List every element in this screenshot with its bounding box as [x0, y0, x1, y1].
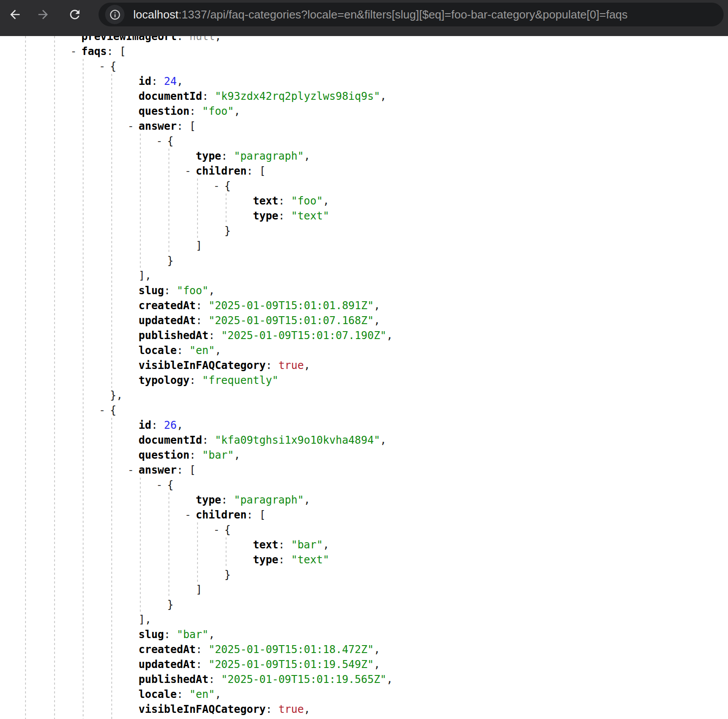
- json-string: "k93zdx42rq2plyzlws98iq9s": [215, 90, 380, 102]
- json-key: children: [196, 165, 247, 177]
- browser-toolbar: localhost:1337/api/faq-categories?locale…: [0, 0, 728, 36]
- json-punctuation: {: [224, 180, 230, 192]
- json-punctuation: ,: [374, 314, 380, 327]
- json-punctuation: {: [110, 60, 116, 73]
- json-punctuation: ,: [323, 539, 329, 551]
- json-punctuation: ,: [215, 688, 221, 701]
- json-punctuation: : [: [177, 120, 196, 132]
- json-row: type: "paragraph",: [0, 493, 728, 507]
- json-string: "foo": [202, 105, 234, 117]
- collapse-toggle[interactable]: -: [185, 507, 191, 522]
- json-key: slug: [139, 628, 164, 641]
- json-key: publishedAt: [139, 329, 209, 342]
- json-key: locale: [139, 688, 177, 701]
- json-punctuation: :: [151, 419, 164, 431]
- json-punctuation: :: [196, 299, 209, 312]
- json-punctuation: : [: [247, 165, 266, 177]
- back-button[interactable]: [4, 4, 26, 25]
- json-row: visibleInFAQCategory: true,: [0, 702, 728, 717]
- json-row: publishedAt: "2025-01-09T15:01:07.190Z",: [0, 328, 728, 343]
- json-string: "2025-01-09T15:01:18.472Z": [209, 643, 374, 656]
- json-punctuation: :: [202, 90, 215, 102]
- json-punctuation: ,: [234, 449, 240, 461]
- reload-button[interactable]: [64, 4, 85, 25]
- collapse-toggle[interactable]: -: [99, 59, 105, 74]
- collapse-toggle[interactable]: -: [156, 134, 162, 149]
- json-punctuation: :: [190, 374, 202, 387]
- collapse-toggle[interactable]: -: [213, 522, 219, 537]
- json-row: documentId: "kfa09tghsi1x9o10kvha4894",: [0, 433, 728, 448]
- json-row: publishedAt: "2025-01-09T15:01:19.565Z",: [0, 672, 728, 687]
- json-punctuation: :: [164, 285, 177, 297]
- json-punctuation: :: [209, 673, 221, 686]
- site-info-button[interactable]: [105, 5, 124, 24]
- json-row: createdAt: "2025-01-09T15:01:18.472Z",: [0, 642, 728, 657]
- json-row: }: [0, 223, 728, 238]
- json-row: -children: [: [0, 164, 728, 179]
- json-punctuation: :: [196, 658, 209, 671]
- json-string: "paragraph": [234, 494, 304, 506]
- collapse-toggle[interactable]: -: [99, 403, 105, 418]
- url-text: localhost:1337/api/faq-categories?locale…: [133, 3, 628, 26]
- json-punctuation: }: [167, 599, 173, 611]
- collapse-toggle[interactable]: -: [128, 119, 134, 134]
- json-row: id: 24,: [0, 74, 728, 89]
- json-key: type: [253, 210, 278, 222]
- json-number: 26: [164, 419, 177, 431]
- url-bar[interactable]: localhost:1337/api/faq-categories?locale…: [99, 3, 724, 26]
- json-string: "2025-01-09T15:01:07.190Z": [221, 329, 387, 342]
- json-row: -{: [0, 478, 728, 493]
- json-key: type: [253, 554, 278, 566]
- json-key: locale: [139, 344, 177, 357]
- json-row: ],: [0, 612, 728, 627]
- json-punctuation: :: [164, 628, 177, 641]
- collapse-toggle[interactable]: -: [213, 179, 219, 193]
- collapse-toggle[interactable]: -: [128, 463, 134, 478]
- json-key: slug: [139, 285, 164, 297]
- json-key: answer: [139, 120, 177, 132]
- json-row: text: "bar",: [0, 537, 728, 552]
- json-row: type: "text": [0, 208, 728, 223]
- json-punctuation: :: [266, 359, 278, 372]
- json-row: }: [0, 253, 728, 268]
- json-row: question: "foo",: [0, 104, 728, 119]
- json-punctuation: ,: [304, 494, 310, 506]
- json-punctuation: :: [278, 195, 291, 207]
- json-key: type: [196, 150, 221, 162]
- json-punctuation: :: [190, 105, 202, 117]
- forward-button[interactable]: [33, 4, 54, 25]
- json-punctuation: :: [177, 344, 190, 357]
- json-punctuation: :: [266, 703, 278, 715]
- json-row: -answer: [: [0, 463, 728, 478]
- arrow-forward-icon: [36, 7, 50, 22]
- json-row: updatedAt: "2025-01-09T15:01:19.549Z",: [0, 657, 728, 672]
- json-punctuation: },: [110, 389, 123, 401]
- json-punctuation: ],: [139, 270, 151, 282]
- json-key: documentId: [139, 90, 202, 102]
- json-key: publishedAt: [139, 673, 209, 686]
- json-punctuation: {: [167, 135, 173, 147]
- json-key: children: [196, 509, 247, 521]
- json-tree: previewImageUrl: null,-faqs: [-{id: 24,d…: [0, 29, 728, 717]
- json-key: text: [253, 539, 278, 551]
- json-string: "foo": [177, 285, 209, 297]
- json-punctuation: :: [151, 75, 164, 88]
- json-row: -answer: [: [0, 119, 728, 134]
- json-key: type: [196, 494, 221, 506]
- json-boolean: true: [278, 703, 304, 715]
- json-string: "bar": [202, 449, 234, 461]
- json-punctuation: ,: [374, 643, 380, 656]
- url-domain: localhost: [133, 8, 179, 21]
- json-punctuation: :: [177, 688, 190, 701]
- json-row: visibleInFAQCategory: true,: [0, 358, 728, 373]
- json-row: type: "text": [0, 552, 728, 567]
- json-number: 24: [164, 75, 177, 88]
- json-string: "2025-01-09T15:01:19.565Z": [221, 673, 387, 686]
- json-punctuation: }: [167, 255, 173, 267]
- collapse-toggle[interactable]: -: [156, 478, 162, 493]
- json-string: "foo": [291, 195, 323, 207]
- collapse-toggle[interactable]: -: [185, 164, 191, 179]
- json-punctuation: ,: [304, 703, 310, 715]
- collapse-toggle[interactable]: -: [70, 44, 77, 59]
- json-key: visibleInFAQCategory: [139, 703, 266, 715]
